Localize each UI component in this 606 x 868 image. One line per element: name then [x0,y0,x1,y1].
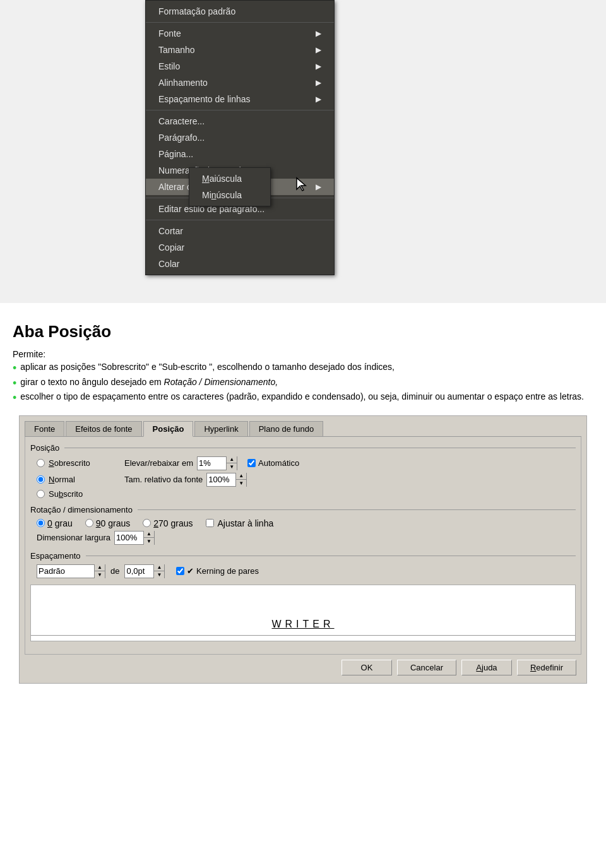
automatico-checkbox-row: Automático [247,458,299,468]
submenu-arrow-alinhamento: ▶ [316,78,321,87]
dim-label: Dimensionar largura [37,533,110,542]
menu-separator-1 [146,22,334,23]
de-spin-down[interactable]: ▼ [154,571,164,578]
spacing-select-container[interactable]: ▲ ▼ [37,564,105,578]
bullet-dot-2: • [13,377,16,391]
menu-item-colar[interactable]: Colar [146,256,334,272]
group-posicao-label: Posição [30,443,59,453]
ok-button[interactable]: OK [342,660,392,675]
kerning-checkbox[interactable] [176,567,184,575]
submenu-arrow-tamanho: ▶ [316,45,321,54]
menu-item-paragrafo[interactable]: Parágrafo... [146,129,334,146]
submenu-item-maiuscula[interactable]: Maiúscula [189,170,270,187]
dim-input[interactable] [115,532,143,544]
tab-posicao[interactable]: Posição [143,421,194,437]
dialog-tabs: Fonte Efeitos de fonte Posição Hyperlink… [25,421,581,437]
label-90graus: 90 graus [96,518,131,528]
ajustar-checkbox[interactable] [206,519,214,527]
dim-spin-up[interactable]: ▲ [144,531,154,538]
dim-row: Dimensionar largura ▲ ▼ [37,531,576,545]
de-label: de [110,566,119,576]
kerning-label: ✔ Kerning de pares [187,566,259,576]
group-posicao-header: Posição [30,443,576,453]
submenu-item-minuscula[interactable]: Minúscula [189,187,270,203]
ajuda-button[interactable]: Ajuda [461,660,512,675]
group-espacamento-label: Espaçamento [30,551,81,561]
menu-item-estilo[interactable]: Estilo ▶ [146,58,334,74]
radio-row-subscrito: Subscrito [37,489,576,499]
de-input[interactable] [125,565,153,578]
radio-270graus-container: 270 graus [143,518,193,528]
bullet-item-2: • girar o texto no ângulo desejado em Ro… [13,377,593,391]
de-spin[interactable]: ▲ ▼ [124,564,165,578]
menu-item-pagina[interactable]: Página... [146,146,334,162]
radio-normal[interactable] [37,475,45,484]
group-rotacao-line [138,509,576,510]
menu-item-cortar[interactable]: Cortar [146,223,334,239]
spacing-select-down[interactable]: ▼ [95,571,105,578]
elevar-input[interactable] [198,457,226,470]
group-rotacao-label: Rotação / dimensionamento [30,505,133,514]
automatico-checkbox[interactable] [247,459,256,467]
menu-item-fonte[interactable]: Fonte ▶ [146,25,334,42]
dim-spin-buttons: ▲ ▼ [143,531,154,545]
dim-spin-down[interactable]: ▼ [144,538,154,545]
radio-0grau-container: 0 grau [37,518,73,528]
tab-hyperlink[interactable]: Hyperlink [194,421,247,436]
submenu-arrow-estilo: ▶ [316,62,321,71]
elevar-spin[interactable]: ▲ ▼ [197,456,237,470]
spacing-row: ▲ ▼ de ▲ ▼ [37,564,576,578]
menu-item-alinhamento[interactable]: Alinhamento ▶ [146,74,334,91]
tam-rel-spin-up[interactable]: ▲ [236,473,246,480]
elevar-spin-down[interactable]: ▼ [227,463,237,470]
cancelar-button[interactable]: Cancelar [397,660,456,675]
group-rotacao-header: Rotação / dimensionamento [30,505,576,514]
group-espacamento: Espaçamento ▲ ▼ de [30,551,576,578]
radio-90graus[interactable] [85,519,93,527]
tam-rel-input[interactable] [207,473,235,486]
menu-separator-4 [146,220,334,220]
bullet-dot-3: • [13,391,16,405]
submenu-alterar-caixa: Maiúscula Minúscula [189,167,271,206]
bullet-item-1: • aplicar as posições "Sobrescrito" e "S… [13,362,593,376]
elevar-spin-up[interactable]: ▲ [227,456,237,463]
spacing-select-buttons: ▲ ▼ [94,564,105,578]
preview-underline [31,635,575,636]
de-spin-buttons: ▲ ▼ [153,564,164,578]
elevar-label: Elevar/rebaixar em [124,458,193,468]
menu-item-copiar[interactable]: Copiar [146,239,334,256]
tam-rel-spin[interactable]: ▲ ▼ [206,473,247,487]
group-posicao: Posição Sobrescrito Elevar/rebaixar em [30,443,576,499]
tab-plano-fundo[interactable]: Plano de fundo [249,421,323,436]
radio-0grau[interactable] [37,519,45,527]
spacing-select-input[interactable] [37,565,94,578]
menu-item-espacamento-linhas[interactable]: Espaçamento de linhas ▶ [146,91,334,107]
group-espacamento-header: Espaçamento [30,551,576,561]
ajustar-label: Ajustar à linha [218,518,274,528]
menu-item-caractere[interactable]: Caractere... [146,113,334,129]
bullet-list: • aplicar as posições "Sobrescrito" e "S… [13,362,593,405]
spacing-select-up[interactable]: ▲ [95,564,105,571]
dialog-footer: OK Cancelar Ajuda Redefinir [25,655,581,678]
menu-item-formatacao-padrao[interactable]: Formatação padrão [146,3,334,20]
redefinir-button[interactable]: Redefinir [517,660,576,675]
tab-efeitos-fonte[interactable]: Efeitos de fonte [66,421,141,436]
radio-270graus[interactable] [143,519,151,527]
group-posicao-content: Sobrescrito Elevar/rebaixar em ▲ ▼ [30,456,576,499]
preview-text: WRITER [271,619,334,635]
bullet-item-3: • escolher o tipo de espaçamento entre o… [13,391,593,405]
dim-spin[interactable]: ▲ ▼ [114,531,155,545]
label-normal: Normal [49,475,118,484]
radio-sobrescrito[interactable] [37,459,45,467]
group-espacamento-line [86,556,576,556]
group-posicao-line [64,448,576,448]
radio-row-sobrescrito: Sobrescrito Elevar/rebaixar em ▲ ▼ [37,456,576,470]
de-spin-up[interactable]: ▲ [154,564,164,571]
content-area: Aba Posição Permite: • aplicar as posiçõ… [0,303,606,696]
menu-item-tamanho[interactable]: Tamanho ▶ [146,42,334,58]
radio-subscrito[interactable] [37,490,45,498]
automatico-label: Automático [258,458,299,468]
menu-separator-2 [146,110,334,110]
tab-fonte[interactable]: Fonte [25,421,64,436]
tam-rel-spin-down[interactable]: ▼ [236,480,246,487]
